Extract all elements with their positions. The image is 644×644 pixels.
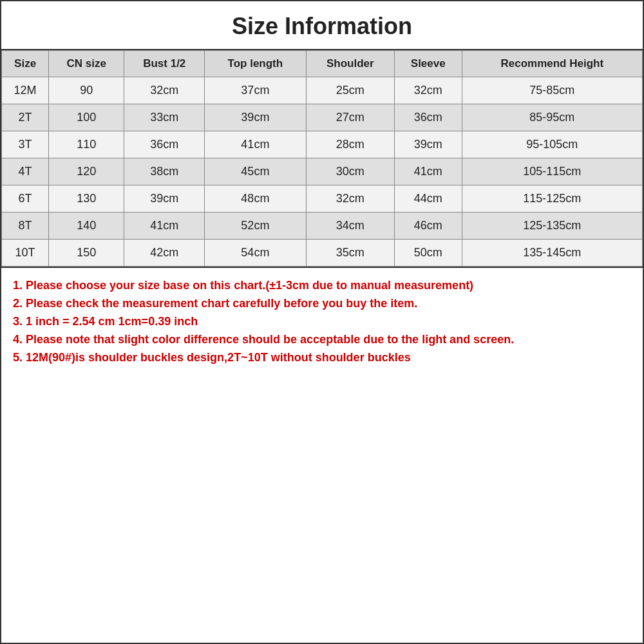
table-row: 12M9032cm37cm25cm32cm75-85cm — [2, 77, 643, 104]
note-item: 3. 1 inch = 2.54 cm 1cm=0.39 inch — [13, 313, 631, 331]
table-cell: 38cm — [124, 158, 205, 185]
table-cell: 85-95cm — [462, 104, 642, 131]
table-cell: 45cm — [205, 158, 306, 185]
table-cell: 42cm — [124, 240, 205, 267]
notes-section: 1. Please choose your size base on this … — [1, 267, 643, 643]
table-cell: 46cm — [394, 213, 462, 240]
table-cell: 50cm — [394, 240, 462, 267]
table-cell: 10T — [2, 240, 49, 267]
size-info-card: Size Information SizeCN sizeBust 1/2Top … — [0, 0, 644, 644]
table-cell: 2T — [2, 104, 49, 131]
table-cell: 6T — [2, 185, 49, 213]
table-row: 2T10033cm39cm27cm36cm85-95cm — [2, 104, 643, 131]
table-cell: 30cm — [306, 158, 394, 185]
table-cell: 32cm — [394, 77, 462, 104]
table-cell: 52cm — [205, 213, 306, 240]
table-cell: 120 — [49, 158, 124, 185]
table-cell: 105-115cm — [462, 158, 642, 185]
column-header: Bust 1/2 — [124, 51, 205, 77]
table-cell: 39cm — [124, 185, 205, 213]
table-cell: 34cm — [306, 213, 394, 240]
table-cell: 3T — [2, 131, 49, 158]
column-header: CN size — [49, 51, 124, 77]
table-cell: 4T — [2, 158, 49, 185]
table-cell: 25cm — [306, 77, 394, 104]
table-cell: 28cm — [306, 131, 394, 158]
table-cell: 41cm — [394, 158, 462, 185]
column-header: Top length — [205, 51, 306, 77]
table-cell: 39cm — [394, 131, 462, 158]
table-row: 6T13039cm48cm32cm44cm115-125cm — [2, 185, 643, 213]
table-cell: 41cm — [124, 213, 205, 240]
table-row: 3T11036cm41cm28cm39cm95-105cm — [2, 131, 643, 158]
table-cell: 100 — [49, 104, 124, 131]
table-row: 8T14041cm52cm34cm46cm125-135cm — [2, 213, 643, 240]
table-header-row: SizeCN sizeBust 1/2Top lengthShoulderSle… — [2, 51, 643, 77]
table-cell: 90 — [49, 77, 124, 104]
column-header: Recommend Height — [462, 51, 642, 77]
column-header: Shoulder — [306, 51, 394, 77]
table-cell: 140 — [49, 213, 124, 240]
table-cell: 33cm — [124, 104, 205, 131]
table-cell: 135-145cm — [462, 240, 642, 267]
table-cell: 150 — [49, 240, 124, 267]
table-cell: 39cm — [205, 104, 306, 131]
table-cell: 95-105cm — [462, 131, 642, 158]
table-cell: 115-125cm — [462, 185, 642, 213]
table-cell: 32cm — [124, 77, 205, 104]
table-cell: 54cm — [205, 240, 306, 267]
table-cell: 32cm — [306, 185, 394, 213]
note-item: 1. Please choose your size base on this … — [13, 277, 631, 295]
column-header: Size — [2, 51, 49, 77]
table-cell: 36cm — [394, 104, 462, 131]
note-item: 4. Please note that slight color differe… — [13, 331, 631, 349]
table-cell: 36cm — [124, 131, 205, 158]
table-cell: 110 — [49, 131, 124, 158]
note-item: 2. Please check the measurement chart ca… — [13, 295, 631, 313]
size-table-section: SizeCN sizeBust 1/2Top lengthShoulderSle… — [1, 50, 643, 267]
page-title: Size Information — [8, 13, 636, 40]
table-row: 10T15042cm54cm35cm50cm135-145cm — [2, 240, 643, 267]
table-cell: 130 — [49, 185, 124, 213]
table-cell: 44cm — [394, 185, 462, 213]
table-cell: 27cm — [306, 104, 394, 131]
table-cell: 125-135cm — [462, 213, 642, 240]
table-cell: 35cm — [306, 240, 394, 267]
size-table: SizeCN sizeBust 1/2Top lengthShoulderSle… — [1, 50, 643, 267]
title-section: Size Information — [1, 1, 643, 50]
table-cell: 8T — [2, 213, 49, 240]
column-header: Sleeve — [394, 51, 462, 77]
table-cell: 12M — [2, 77, 49, 104]
table-cell: 41cm — [205, 131, 306, 158]
note-item: 5. 12M(90#)is shoulder buckles design,2T… — [13, 349, 631, 367]
table-row: 4T12038cm45cm30cm41cm105-115cm — [2, 158, 643, 185]
table-cell: 75-85cm — [462, 77, 642, 104]
table-cell: 48cm — [205, 185, 306, 213]
table-cell: 37cm — [205, 77, 306, 104]
